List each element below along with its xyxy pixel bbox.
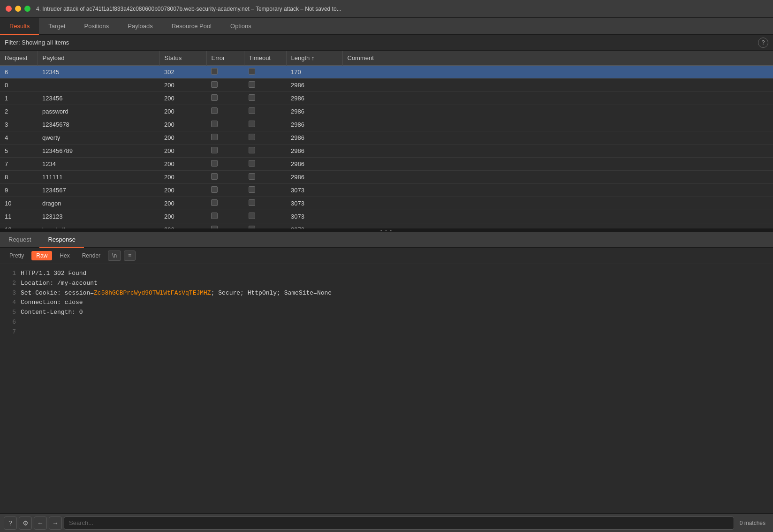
response-content: 1HTTP/1.1 302 Found2Location: /my-accoun… xyxy=(0,264,773,387)
search-input[interactable] xyxy=(64,517,734,530)
matches-count: 0 matches xyxy=(736,520,769,526)
results-table-container: Request Payload Status Error Timeout Len… xyxy=(0,51,773,229)
tab-positions[interactable]: Positions xyxy=(75,18,119,35)
tab-payloads[interactable]: Payloads xyxy=(118,18,162,35)
filter-bar: Filter: Showing all items ? xyxy=(0,35,773,51)
table-row[interactable]: 11234562002986 xyxy=(0,92,773,105)
minimize-button[interactable] xyxy=(15,6,21,12)
table-row[interactable]: 81111112002986 xyxy=(0,171,773,184)
response-line: 2Location: /my-account xyxy=(7,279,766,289)
response-line: 3Set-Cookie: session=Zc58hGCBPrcWyd9OTWl… xyxy=(7,289,766,298)
close-button[interactable] xyxy=(6,6,12,12)
table-row[interactable]: 51234567892002986 xyxy=(0,144,773,158)
table-row[interactable]: 3123456782002986 xyxy=(0,118,773,131)
tab-results[interactable]: Results xyxy=(0,18,39,35)
bottom-bar: ? ⚙ ← → 0 matches xyxy=(0,513,773,532)
col-header-length[interactable]: Length ↑ xyxy=(286,51,342,66)
response-line: 5Content-Length: 0 xyxy=(7,308,766,318)
table-body: 61234530217002002986112345620029862passw… xyxy=(0,66,773,229)
col-header-payload[interactable]: Payload xyxy=(38,51,159,66)
window-controls xyxy=(6,6,30,12)
response-line: 6 xyxy=(7,318,766,327)
back-button[interactable]: ← xyxy=(34,517,47,530)
main-tabbar: Results Target Positions Payloads Resour… xyxy=(0,18,773,35)
tab-response[interactable]: Response xyxy=(39,232,84,248)
subtab-render[interactable]: Render xyxy=(77,251,105,260)
table-row[interactable]: 912345672003073 xyxy=(0,184,773,197)
col-header-timeout[interactable]: Timeout xyxy=(244,51,286,66)
table-row[interactable]: 02002986 xyxy=(0,79,773,92)
maximize-button[interactable] xyxy=(24,6,30,12)
response-line: 7 xyxy=(7,327,766,337)
table-row[interactable]: 2password2002986 xyxy=(0,105,773,118)
col-header-comment[interactable]: Comment xyxy=(342,51,773,66)
table-row[interactable]: 4qwerty2002986 xyxy=(0,131,773,144)
table-row[interactable]: 612345302170 xyxy=(0,66,773,79)
col-header-error[interactable]: Error xyxy=(206,51,244,66)
tab-resource-pool[interactable]: Resource Pool xyxy=(162,18,221,35)
table-row[interactable]: 111231232003073 xyxy=(0,210,773,223)
wrap-button[interactable]: ≡ xyxy=(124,251,136,261)
help-icon[interactable]: ? xyxy=(758,38,768,48)
forward-button[interactable]: → xyxy=(49,517,62,530)
req-res-tabbar: Request Response xyxy=(0,232,773,248)
settings-button[interactable]: ⚙ xyxy=(19,517,32,530)
col-header-status[interactable]: Status xyxy=(159,51,206,66)
table-row[interactable]: 712342002986 xyxy=(0,158,773,171)
tab-target[interactable]: Target xyxy=(39,18,75,35)
titlebar: 4. Intruder attack of ac741f1a1f833a42c0… xyxy=(0,0,773,18)
help-button[interactable]: ? xyxy=(4,517,17,530)
table-header-row: Request Payload Status Error Timeout Len… xyxy=(0,51,773,66)
results-table: Request Payload Status Error Timeout Len… xyxy=(0,51,773,229)
tab-request[interactable]: Request xyxy=(0,232,39,248)
filter-label: Filter: Showing all items xyxy=(5,39,69,46)
subtab-raw[interactable]: Raw xyxy=(31,251,52,260)
window-title: 4. Intruder attack of ac741f1a1f833a42c0… xyxy=(36,6,341,12)
col-header-request[interactable]: Request xyxy=(0,51,38,66)
tab-options[interactable]: Options xyxy=(221,18,261,35)
req-res-panel: Request Response Pretty Raw Hex Render \… xyxy=(0,232,773,387)
response-line: 1HTTP/1.1 302 Found xyxy=(7,269,766,279)
subtab-pretty[interactable]: Pretty xyxy=(5,251,29,260)
response-line: 4Connection: close xyxy=(7,298,766,308)
newline-button[interactable]: \n xyxy=(108,251,121,261)
subtab-hex[interactable]: Hex xyxy=(55,251,74,260)
sub-toolbar: Pretty Raw Hex Render \n ≡ xyxy=(0,248,773,264)
table-row[interactable]: 10dragon2003073 xyxy=(0,197,773,210)
